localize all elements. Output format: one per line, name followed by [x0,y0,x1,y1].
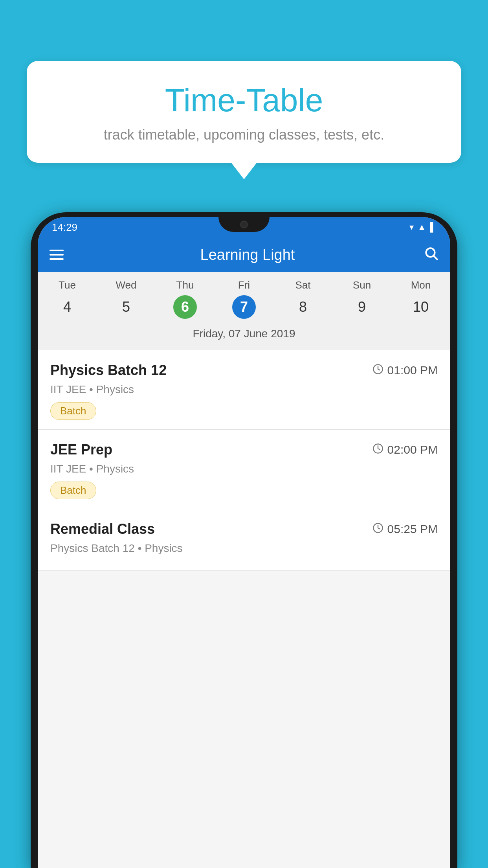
date-10[interactable]: 10 [409,295,433,319]
item-time-2: 02:00 PM [372,443,438,457]
time-label-1: 01:00 PM [387,364,438,377]
schedule-item-3[interactable]: Remedial Class 05:25 PM Physics Batch 12… [38,509,450,571]
day-thu: Thu [156,279,215,291]
item-subtitle-1: IIT JEE • Physics [50,383,438,396]
date-9[interactable]: 9 [350,295,374,319]
status-icons: ▾ ▲ ▌ [409,222,436,232]
date-6-today[interactable]: 6 [173,295,197,319]
day-fri: Fri [215,279,273,291]
selected-date-label: Friday, 07 June 2019 [38,324,450,347]
clock-icon-2 [372,443,383,457]
item-time-3: 05:25 PM [372,522,438,536]
speech-bubble: Time-Table track timetable, upcoming cla… [27,61,461,163]
item-title-1: Physics Batch 12 [50,362,167,379]
time-label-3: 05:25 PM [387,522,438,536]
status-time: 14:29 [52,221,77,234]
phone-notch [218,217,270,232]
schedule-item-1[interactable]: Physics Batch 12 01:00 PM IIT JEE • Phys… [38,350,450,430]
day-tue: Tue [38,279,97,291]
schedule-list: Physics Batch 12 01:00 PM IIT JEE • Phys… [38,350,450,571]
date-8[interactable]: 8 [291,295,315,319]
item-subtitle-3: Physics Batch 12 • Physics [50,542,438,555]
clock-icon-1 [372,364,383,377]
app-title: Learning Light [81,246,414,263]
day-headers: Tue Wed Thu Fri Sat Sun Mon [38,279,450,291]
batch-badge-2: Batch [50,482,96,499]
clock-icon-3 [372,522,383,536]
schedule-item-2[interactable]: JEE Prep 02:00 PM IIT JEE • Physics Batc… [38,430,450,509]
signal-icon: ▲ [418,222,426,232]
bubble-subtitle: track timetable, upcoming classes, tests… [42,127,446,143]
item-time-1: 01:00 PM [372,364,438,377]
time-label-2: 02:00 PM [387,443,438,456]
item-title-2: JEE Prep [50,441,112,458]
item-subtitle-2: IIT JEE • Physics [50,463,438,475]
camera [240,221,248,228]
menu-button[interactable] [50,250,64,260]
svg-line-1 [434,256,437,259]
day-sat: Sat [273,279,332,291]
date-4[interactable]: 4 [55,295,79,319]
wifi-icon: ▾ [409,222,414,232]
calendar-strip: Tue Wed Thu Fri Sat Sun Mon 4 5 6 7 8 9 … [38,272,450,350]
batch-badge-1: Batch [50,402,96,420]
phone-inner: 14:29 ▾ ▲ ▌ Learning Light Tue [38,217,450,868]
app-bar: Learning Light [38,237,450,272]
date-5[interactable]: 5 [114,295,138,319]
date-7-selected[interactable]: 7 [232,295,256,319]
day-numbers: 4 5 6 7 8 9 10 [38,295,450,319]
day-wed: Wed [97,279,156,291]
bubble-title: Time-Table [42,83,446,118]
day-mon: Mon [391,279,450,291]
item-header-1: Physics Batch 12 01:00 PM [50,362,438,379]
item-header-3: Remedial Class 05:25 PM [50,521,438,537]
item-header-2: JEE Prep 02:00 PM [50,441,438,458]
item-title-3: Remedial Class [50,521,155,537]
search-button[interactable] [424,246,438,264]
day-sun: Sun [332,279,391,291]
phone-frame: 14:29 ▾ ▲ ▌ Learning Light Tue [31,212,457,868]
battery-icon: ▌ [430,222,436,232]
